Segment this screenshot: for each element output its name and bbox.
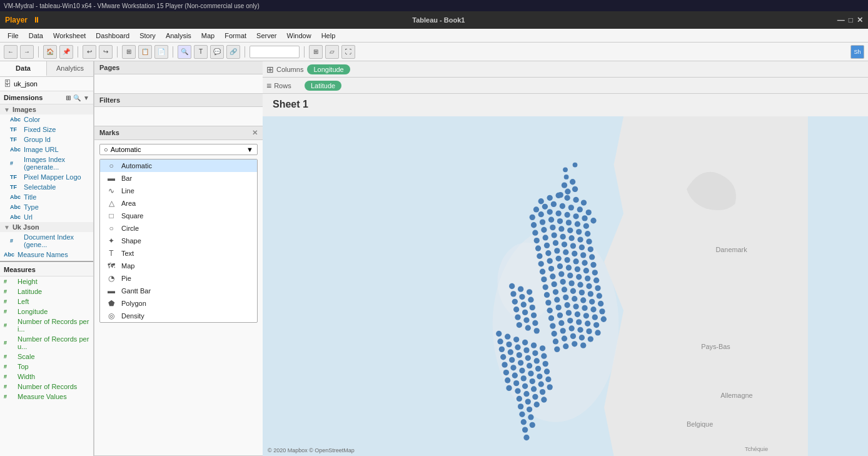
marks-selected-label: Automatic	[111, 146, 141, 153]
marks-option-text[interactable]: T Text	[100, 247, 257, 260]
marks-option-density[interactable]: ◎ Density	[100, 310, 257, 322]
menu-help[interactable]: Help	[316, 31, 341, 41]
menu-story[interactable]: Story	[134, 31, 161, 41]
marks-option-line[interactable]: ∿ Line	[100, 185, 257, 197]
share-button[interactable]: 🔗	[226, 45, 240, 59]
layout-button[interactable]: ⊞	[122, 45, 136, 59]
svg-point-86	[541, 276, 547, 282]
dimensions-icons: ⊞ 🔍 ▼	[66, 94, 89, 101]
svg-point-171	[531, 342, 537, 348]
svg-point-61	[562, 241, 567, 247]
field-document-index[interactable]: #Document Index (gene...	[0, 232, 93, 250]
close-icon[interactable]: ✕	[857, 16, 863, 24]
view-button[interactable]: ⊞	[309, 45, 323, 59]
maximize-icon[interactable]: □	[849, 16, 853, 24]
field-color[interactable]: AbcColor	[0, 114, 93, 124]
field-pixel-mapper[interactable]: TFPixel Mapper Logo	[0, 172, 93, 182]
menu-format[interactable]: Format	[220, 31, 251, 41]
menu-map[interactable]: Map	[196, 31, 220, 41]
home-button[interactable]: 🏠	[43, 45, 57, 59]
field-title[interactable]: AbcTitle	[0, 192, 93, 202]
marks-option-square[interactable]: □ Square	[100, 210, 257, 222]
svg-point-218	[519, 412, 525, 417]
svg-point-184	[543, 361, 548, 367]
columns-pill[interactable]: Longitude	[307, 64, 350, 74]
svg-point-206	[531, 386, 537, 392]
menu-worksheet[interactable]: Worksheet	[48, 31, 91, 41]
field-width[interactable]: #Width	[0, 372, 93, 382]
svg-point-75	[564, 257, 570, 263]
marks-option-circle[interactable]: ○ Circle	[100, 222, 257, 235]
highlight-button[interactable]: 🔍	[178, 45, 191, 59]
tooltip-button[interactable]: 💬	[210, 45, 224, 59]
svg-point-45	[541, 227, 547, 233]
field-number-records[interactable]: #Number of Records	[0, 382, 93, 392]
marks-option-pie[interactable]: ◔ Pie	[100, 272, 257, 285]
field-image-url[interactable]: AbcImage URL	[0, 144, 93, 155]
redo-button[interactable]: ↪	[99, 45, 113, 59]
copy-button[interactable]: 📋	[138, 45, 152, 59]
rows-pill[interactable]: Latitude	[305, 81, 341, 91]
marks-option-shape[interactable]: ✦ Shape	[100, 235, 257, 247]
field-top[interactable]: #Top	[0, 362, 93, 372]
svg-point-194	[528, 370, 533, 376]
paste-button[interactable]: 📄	[154, 45, 168, 59]
profile-button[interactable]: Sh	[850, 45, 864, 59]
marks-close-icon[interactable]: ✕	[252, 129, 258, 137]
field-images-index[interactable]: #Images Index (generate...	[0, 155, 93, 172]
data-source[interactable]: 🗄 uk_json	[0, 77, 93, 91]
measures-label: Measures	[4, 266, 36, 273]
marks-option-automatic[interactable]: ○ Automatic	[100, 160, 257, 172]
back-button[interactable]: ←	[4, 45, 18, 59]
field-measure-names[interactable]: AbcMeasure Names	[0, 250, 93, 260]
pin-button[interactable]: 📌	[59, 45, 73, 59]
polygon-icon: ⬟	[106, 299, 116, 308]
tab-analytics[interactable]: Analytics	[47, 61, 93, 76]
svg-point-13	[565, 189, 570, 195]
field-selectable[interactable]: TFSelectable	[0, 182, 93, 192]
fullscreen-button[interactable]: ▱	[325, 45, 339, 59]
marks-option-gantt[interactable]: ▬ Gantt Bar	[100, 285, 257, 297]
svg-point-165	[525, 325, 531, 331]
menu-server[interactable]: Server	[251, 31, 281, 41]
grid-icon[interactable]: ⊞	[66, 94, 71, 101]
field-latitude[interactable]: #Latitude	[0, 286, 93, 296]
svg-point-192	[510, 365, 516, 370]
marks-option-area[interactable]: △ Area	[100, 197, 257, 210]
field-url[interactable]: AbcUrl	[0, 212, 93, 222]
forward-button[interactable]: →	[20, 45, 34, 59]
menu-file[interactable]: File	[3, 31, 24, 41]
marks-dropdown[interactable]: ○ Automatic ▼	[99, 144, 258, 155]
field-records-per-u[interactable]: #Number of Records per u...	[0, 334, 93, 352]
shape-icon: ✦	[106, 236, 116, 245]
menu-analysis[interactable]: Analysis	[161, 31, 196, 41]
svg-point-207	[540, 389, 545, 395]
field-records-per-i[interactable]: #Number of Records per i...	[0, 317, 93, 334]
field-height[interactable]: #Height	[0, 276, 93, 286]
refresh-button[interactable]: ↩	[83, 45, 96, 59]
field-scale[interactable]: #Scale	[0, 352, 93, 362]
search-input[interactable]	[250, 46, 300, 58]
group-uk-json[interactable]: ▼ Uk Json	[0, 222, 93, 232]
field-fixed-size[interactable]: TFFixed Size	[0, 124, 93, 134]
present-button[interactable]: ⛶	[341, 45, 355, 59]
field-longitude[interactable]: #Longitude	[0, 307, 93, 317]
marks-option-bar[interactable]: ▬ Bar	[100, 172, 257, 185]
tab-data[interactable]: Data	[0, 61, 47, 76]
group-images[interactable]: ▼ Images	[0, 104, 93, 114]
svg-point-87	[550, 273, 555, 279]
menu-data[interactable]: Data	[24, 31, 48, 41]
menu-dashboard[interactable]: Dashboard	[91, 31, 134, 41]
field-type[interactable]: AbcType	[0, 202, 93, 212]
field-measure-values[interactable]: #Measure Values	[0, 392, 93, 402]
minimize-icon[interactable]: —	[837, 16, 845, 24]
marks-option-map[interactable]: 🗺 Map	[100, 260, 257, 272]
more-icon[interactable]: ▼	[83, 94, 89, 101]
map-container[interactable]: Danemark Pays-Bas Allemagne Belgique Tch…	[263, 116, 868, 456]
field-group-id[interactable]: TFGroup Id	[0, 134, 93, 144]
marks-option-polygon[interactable]: ⬟ Polygon	[100, 297, 257, 310]
search-icon[interactable]: 🔍	[73, 94, 81, 101]
menu-window[interactable]: Window	[282, 31, 316, 41]
field-left[interactable]: #Left	[0, 296, 93, 307]
label-button[interactable]: T	[194, 45, 208, 59]
